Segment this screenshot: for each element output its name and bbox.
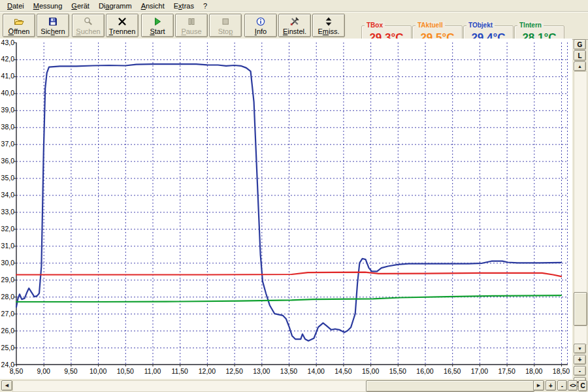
open-folder-icon <box>14 16 24 27</box>
sichern-button-label: Sichern <box>41 27 65 35</box>
einstel-button-label: Einstel. <box>283 27 306 35</box>
corner-button[interactable]: C <box>578 380 587 391</box>
svg-text:28,0: 28,0 <box>1 293 15 301</box>
start-button[interactable]: Start <box>141 14 174 37</box>
scroll-left-button[interactable]: ◀ <box>1 380 12 391</box>
einstel-button[interactable]: Einstel. <box>278 14 311 37</box>
svg-text:16,50: 16,50 <box>444 367 461 375</box>
stop-button[interactable]: Stop <box>209 14 242 37</box>
grid-toggle-button[interactable]: G <box>574 39 586 50</box>
svg-text:30,0: 30,0 <box>1 259 15 267</box>
menu-item-geraet[interactable]: Gerät <box>67 1 94 10</box>
readout-taktuell-label: TAktuell <box>416 22 445 29</box>
svg-text:17,00: 17,00 <box>471 367 488 375</box>
toolbar: ÖffnenSichernSuchenTrennenStartPauseStop… <box>0 12 588 40</box>
axis-ticks <box>14 43 562 367</box>
pause-button[interactable]: Pause <box>175 14 208 37</box>
svg-text:14,00: 14,00 <box>308 367 325 375</box>
play-icon <box>152 16 163 27</box>
svg-text:13,50: 13,50 <box>280 367 297 375</box>
info-button[interactable]: Info <box>244 14 277 37</box>
svg-text:36,0: 36,0 <box>1 157 15 165</box>
readout-tintern-label: TIntern <box>517 22 544 29</box>
svg-text:33,0: 33,0 <box>1 208 15 216</box>
menu-item-datei[interactable]: Datei <box>3 1 29 10</box>
sichern-button[interactable]: Sichern <box>37 14 69 37</box>
trennen-button[interactable]: Trennen <box>106 14 139 37</box>
svg-text:39,0: 39,0 <box>1 106 15 114</box>
svg-text:17,50: 17,50 <box>498 367 515 375</box>
magnifier-icon <box>83 16 93 27</box>
suchen-button[interactable]: Suchen <box>72 14 105 37</box>
svg-text:12,50: 12,50 <box>225 367 242 375</box>
svg-text:10,00: 10,00 <box>90 367 106 375</box>
pause-icon <box>186 16 197 27</box>
svg-text:18,00: 18,00 <box>525 367 542 375</box>
gridlines <box>16 42 568 365</box>
y-zoom-out-button[interactable]: - <box>574 366 586 376</box>
floppy-disk-icon <box>48 16 58 27</box>
emiss-button-label: Emiss. <box>318 27 339 35</box>
chart-plot-area: 43,042,041,040,039,038,037,036,035,034,0… <box>0 39 572 379</box>
scroll-right-button[interactable]: ▶ <box>533 380 544 391</box>
info-icon <box>255 16 266 27</box>
x-axis-labels: 8,509,009,5010,0010,5011,0011,5012,0012,… <box>10 367 570 375</box>
svg-text:27,0: 27,0 <box>1 310 15 318</box>
svg-text:42,0: 42,0 <box>1 55 15 63</box>
x-zoom-out-button[interactable]: - <box>557 380 567 391</box>
svg-text:29,0: 29,0 <box>1 276 15 284</box>
disconnect-x-icon <box>117 16 127 27</box>
app-window: DateiMessungGerätDiagrammAnsichtExtras? … <box>0 0 588 392</box>
oeffnen-button-label: Öffnen <box>8 27 30 35</box>
scroll-down-button[interactable]: ▼ <box>574 344 586 353</box>
axes <box>16 42 568 365</box>
up-down-icon <box>323 16 334 27</box>
svg-text:31,0: 31,0 <box>1 242 15 250</box>
svg-text:38,0: 38,0 <box>1 123 15 131</box>
menu-item-hilfe[interactable]: ? <box>199 1 212 10</box>
svg-text:9,00: 9,00 <box>37 367 50 375</box>
svg-text:11,00: 11,00 <box>144 367 161 375</box>
vertical-scrollbar-thumb[interactable] <box>574 292 587 326</box>
svg-text:16,00: 16,00 <box>416 367 433 375</box>
svg-text:37,0: 37,0 <box>1 140 15 148</box>
y-zoom-in-button[interactable]: + <box>574 355 586 365</box>
x-zoom-in-button[interactable]: + <box>546 380 556 391</box>
legend-toggle-button[interactable]: L <box>574 50 586 61</box>
oeffnen-button[interactable]: Öffnen <box>3 14 35 37</box>
y-axis-labels: 43,042,041,040,039,038,037,036,035,034,0… <box>1 39 15 368</box>
trennen-button-label: Trennen <box>109 27 136 35</box>
stop-icon <box>220 16 231 27</box>
scroll-down-icon: ▼ <box>578 346 582 351</box>
scroll-left-icon: ◀ <box>5 383 8 388</box>
scroll-up-icon: ▲ <box>578 64 582 69</box>
svg-text:10,50: 10,50 <box>117 367 134 375</box>
svg-text:26,0: 26,0 <box>1 327 15 335</box>
svg-text:9,50: 9,50 <box>64 367 78 375</box>
info-button-label: Info <box>255 27 267 35</box>
emiss-button[interactable]: Emiss. <box>312 14 345 37</box>
start-button-label: Start <box>150 27 165 35</box>
scroll-up-button[interactable]: ▲ <box>574 61 586 71</box>
x-zoom-fit-button[interactable]: <> <box>568 380 578 391</box>
temperature-chart: 43,042,041,040,039,038,037,036,035,034,0… <box>0 39 572 379</box>
menu-item-ansicht[interactable]: Ansicht <box>137 1 169 10</box>
readout-tobjekt-label: TObjekt <box>466 22 495 29</box>
svg-text:35,0: 35,0 <box>1 174 15 182</box>
menu-item-diagramm[interactable]: Diagramm <box>94 1 137 10</box>
svg-text:14,50: 14,50 <box>335 367 351 375</box>
svg-text:43,0: 43,0 <box>1 39 15 46</box>
svg-text:25,0: 25,0 <box>1 344 15 351</box>
scroll-right-icon: ▶ <box>537 383 540 388</box>
series-tbox-line <box>16 272 561 277</box>
svg-text:11,50: 11,50 <box>171 367 188 375</box>
horizontal-scrollbar-thumb[interactable] <box>366 380 534 392</box>
menu-item-extras[interactable]: Extras <box>169 1 199 10</box>
svg-text:32,0: 32,0 <box>1 225 15 233</box>
svg-text:13,00: 13,00 <box>253 367 270 375</box>
svg-text:15,50: 15,50 <box>389 367 406 375</box>
stop-button-label: Stop <box>218 27 233 35</box>
svg-text:40,0: 40,0 <box>1 89 15 97</box>
menu-item-messung[interactable]: Messung <box>29 1 67 10</box>
readout-tbox-label: TBox <box>365 22 385 29</box>
